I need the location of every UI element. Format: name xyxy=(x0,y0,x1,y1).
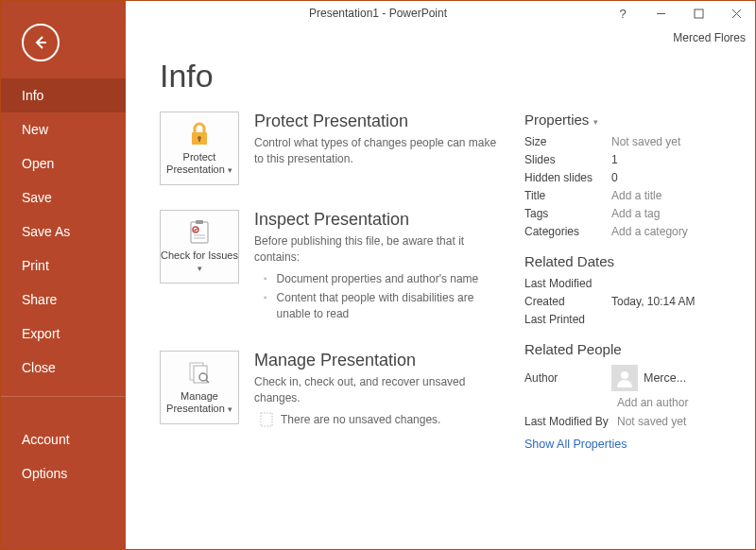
svg-rect-7 xyxy=(191,222,208,243)
checklist-icon xyxy=(185,219,214,246)
back-button[interactable] xyxy=(22,24,60,61)
manage-none: There are no unsaved changes. xyxy=(281,413,440,426)
prop-title-label: Title xyxy=(524,189,611,202)
prop-size-label: Size xyxy=(524,135,611,148)
chevron-down-icon: ▾ xyxy=(228,404,232,414)
svg-rect-1 xyxy=(695,9,703,18)
nav-open[interactable]: Open xyxy=(1,146,126,180)
chevron-down-icon: ▾ xyxy=(228,165,232,175)
prop-created-label: Created xyxy=(524,295,611,308)
avatar[interactable] xyxy=(611,365,638,391)
manage-title: Manage Presentation xyxy=(254,351,500,370)
minimize-button[interactable] xyxy=(642,1,679,26)
add-author[interactable]: Add an author xyxy=(617,396,736,409)
protect-desc: Control what types of changes people can… xyxy=(254,135,500,167)
close-button[interactable] xyxy=(717,1,755,26)
prop-lastprint-label: Last Printed xyxy=(524,313,611,326)
protect-presentation-button[interactable]: Protect Presentation ▾ xyxy=(160,112,239,185)
prop-lmb-value: Not saved yet xyxy=(617,415,686,428)
related-people-header: Related People xyxy=(524,341,736,357)
protect-title: Protect Presentation xyxy=(254,112,500,131)
nav-save[interactable]: Save xyxy=(1,180,126,215)
prop-size-value: Not saved yet xyxy=(611,135,680,148)
nav-account[interactable]: Account xyxy=(1,422,126,456)
inspect-desc: Before publishing this file, be aware th… xyxy=(254,233,500,266)
chevron-down-icon: ▾ xyxy=(593,117,598,127)
inspect-bullet: Document properties and author's name xyxy=(277,271,479,287)
prop-author-value[interactable]: Merce... xyxy=(644,371,686,385)
help-button[interactable]: ? xyxy=(604,1,642,26)
svg-rect-6 xyxy=(198,138,200,142)
prop-tags-label: Tags xyxy=(524,207,611,220)
page-title: Info xyxy=(160,58,736,95)
manage-presentation-button[interactable]: Manage Presentation ▾ xyxy=(160,351,239,424)
check-for-issues-button[interactable]: Check for Issues ▾ xyxy=(160,210,239,284)
properties-dropdown[interactable]: Properties ▾ xyxy=(524,112,736,128)
prop-created-value: Today, 10:14 AM xyxy=(611,295,696,308)
related-dates-header: Related Dates xyxy=(524,253,736,269)
nav-export[interactable]: Export xyxy=(1,317,126,351)
svg-rect-16 xyxy=(261,413,272,426)
prop-hidden-label: Hidden slides xyxy=(524,171,611,184)
nav-close[interactable]: Close xyxy=(1,351,126,385)
inspect-bullet: Content that people with disabilities ar… xyxy=(277,290,500,322)
user-name[interactable]: Merced Flores xyxy=(673,31,746,44)
chevron-down-icon: ▾ xyxy=(198,264,202,273)
manage-desc: Check in, check out, and recover unsaved… xyxy=(254,374,500,406)
prop-lastmod-label: Last Modified xyxy=(524,277,611,290)
window-title: Presentation1 - PowerPoint xyxy=(309,7,447,20)
nav-new[interactable]: New xyxy=(1,112,126,146)
nav-share[interactable]: Share xyxy=(1,283,126,317)
arrow-left-icon xyxy=(31,33,50,52)
nav-info[interactable]: Info xyxy=(1,78,126,112)
show-all-properties[interactable]: Show All Properties xyxy=(524,438,736,451)
document-icon xyxy=(260,412,273,427)
person-icon xyxy=(615,369,634,387)
prop-categories-label: Categories xyxy=(524,225,611,238)
prop-categories-value[interactable]: Add a category xyxy=(611,225,688,238)
prop-lmb-label: Last Modified By xyxy=(524,415,617,428)
prop-author-label: Author xyxy=(524,371,611,385)
inspect-title: Inspect Presentation xyxy=(254,210,500,230)
prop-slides-value: 1 xyxy=(611,153,618,166)
maximize-button[interactable] xyxy=(679,1,717,26)
prop-title-value[interactable]: Add a title xyxy=(611,189,662,202)
content-area: Info Protect Presentation ▾ Protect Pres… xyxy=(126,46,755,549)
nav-save-as[interactable]: Save As xyxy=(1,215,126,249)
nav-options[interactable]: Options xyxy=(1,456,126,490)
svg-point-17 xyxy=(621,371,628,379)
lock-icon xyxy=(185,121,214,147)
svg-rect-8 xyxy=(196,220,203,224)
documents-icon xyxy=(185,360,214,387)
prop-slides-label: Slides xyxy=(524,153,611,166)
backstage-sidebar: Info New Open Save Save As Print Share E… xyxy=(1,1,126,549)
prop-tags-value[interactable]: Add a tag xyxy=(611,207,660,220)
nav-print[interactable]: Print xyxy=(1,249,126,283)
prop-hidden-value: 0 xyxy=(611,171,618,184)
